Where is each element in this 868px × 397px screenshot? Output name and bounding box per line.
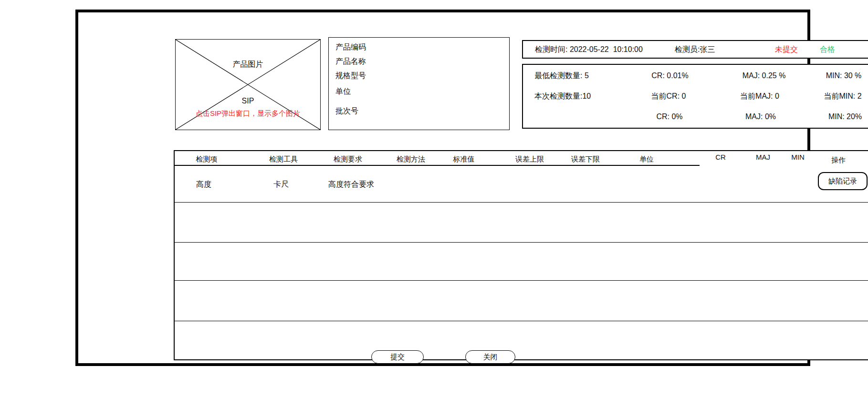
row-divider bbox=[175, 242, 868, 243]
stat-maj-rate: MAJ: 0% bbox=[745, 112, 776, 121]
submit-button[interactable]: 提交 bbox=[371, 350, 424, 364]
field-label-batch-no: 批次号 bbox=[335, 106, 358, 116]
column-header-requirement: 检测要求 bbox=[334, 155, 362, 164]
column-header-unit: 单位 bbox=[639, 155, 654, 164]
inspection-header-panel: 检测时间: 2022-05-22 10:10:00 检测员:张三 未提交 合格 bbox=[522, 40, 868, 59]
product-image-label: 产品图片 bbox=[176, 60, 320, 70]
stat-current-qty: 本次检测数量:10 bbox=[534, 92, 591, 102]
stat-current-min: 当前MIN: 2 bbox=[824, 92, 861, 102]
sip-label[interactable]: SIP bbox=[176, 97, 320, 105]
stat-current-maj: 当前MAJ: 0 bbox=[740, 92, 779, 102]
field-label-product-name: 产品名称 bbox=[335, 57, 366, 67]
column-header-method: 检测方法 bbox=[397, 155, 425, 164]
stat-min-qty: 最低检测数量: 5 bbox=[534, 71, 589, 81]
field-label-spec-model: 规格型号 bbox=[335, 71, 366, 81]
submit-status-badge: 未提交 bbox=[775, 44, 798, 54]
row-divider bbox=[175, 280, 868, 281]
product-info-panel: 产品编码 产品名称 规格型号 单位 批次号 bbox=[328, 37, 510, 130]
column-header-item: 检测项 bbox=[196, 155, 218, 164]
column-header-cr: CR bbox=[715, 153, 726, 161]
column-header-action: 操作 bbox=[831, 156, 846, 165]
field-label-product-code: 产品编码 bbox=[335, 42, 366, 52]
stat-cr-rate: CR: 0% bbox=[656, 112, 682, 121]
stats-panel: 最低检测数量: 5 CR: 0.01% MAJ: 0.25 % MIN: 30 … bbox=[522, 64, 868, 129]
cell-item: 高度 bbox=[196, 180, 211, 190]
inspector-text: 检测员:张三 bbox=[675, 44, 715, 54]
column-header-lower-tolerance: 误差下限 bbox=[571, 155, 600, 164]
stat-cr-limit: CR: 0.01% bbox=[651, 71, 688, 80]
stat-min-limit: MIN: 30 % bbox=[826, 71, 862, 80]
inspection-table: 检测项 检测工具 检测要求 检测方法 标准值 误差上限 误差下限 单位 CR M… bbox=[174, 150, 868, 360]
cell-tool: 卡尺 bbox=[273, 180, 289, 190]
cell-requirement: 高度符合要求 bbox=[328, 180, 374, 190]
result-status-badge: 合格 bbox=[820, 44, 835, 54]
sip-hint-text: 点击SIP弹出窗口，显示多个图片 bbox=[176, 109, 320, 118]
column-header-tool: 检测工具 bbox=[269, 155, 298, 164]
window-frame: 产品图片 SIP 点击SIP弹出窗口，显示多个图片 产品编码 产品名称 规格型号… bbox=[75, 10, 810, 366]
row-divider bbox=[175, 202, 868, 203]
product-image-placeholder[interactable]: 产品图片 SIP 点击SIP弹出窗口，显示多个图片 bbox=[175, 39, 321, 130]
header-underline bbox=[175, 165, 700, 166]
defect-record-button[interactable]: 缺陷记录 bbox=[818, 172, 868, 190]
column-header-standard: 标准值 bbox=[453, 155, 475, 164]
inspection-time-text: 检测时间: 2022-05-22 10:10:00 bbox=[535, 44, 643, 54]
stat-current-cr: 当前CR: 0 bbox=[651, 92, 686, 102]
column-header-upper-tolerance: 误差上限 bbox=[515, 155, 544, 164]
close-button[interactable]: 关闭 bbox=[465, 350, 515, 364]
column-header-maj: MAJ bbox=[756, 153, 770, 161]
stat-maj-limit: MAJ: 0.25 % bbox=[743, 71, 786, 80]
page-canvas: 产品图片 SIP 点击SIP弹出窗口，显示多个图片 产品编码 产品名称 规格型号… bbox=[0, 0, 868, 397]
stat-min-rate: MIN: 20% bbox=[828, 112, 862, 121]
column-header-min: MIN bbox=[791, 153, 805, 161]
row-divider bbox=[175, 321, 868, 321]
field-label-unit: 单位 bbox=[335, 87, 351, 97]
